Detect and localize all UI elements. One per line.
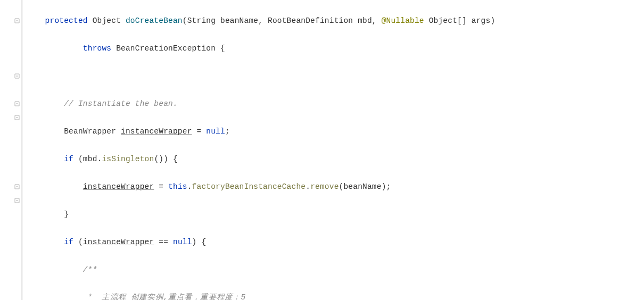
keyword: protected xyxy=(45,16,88,25)
keyword: null xyxy=(173,238,192,246)
collapse-icon xyxy=(14,101,20,107)
variable: instanceWrapper xyxy=(83,182,154,191)
code-line: // Instantiate the bean. xyxy=(26,97,644,111)
text: ; xyxy=(225,127,230,136)
text: == xyxy=(154,238,173,246)
gutter-row xyxy=(0,152,21,166)
code-line: /** xyxy=(26,263,644,277)
text: ( xyxy=(73,238,83,246)
variable: instanceWrapper xyxy=(83,238,154,246)
gutter-row[interactable] xyxy=(0,180,21,194)
method-call: isSingleton xyxy=(102,155,154,163)
collapse-icon xyxy=(14,184,20,190)
text: (mbd. xyxy=(73,155,102,163)
collapse-icon xyxy=(14,114,20,121)
text: = xyxy=(192,127,207,136)
gutter-row xyxy=(0,277,21,290)
code-editor[interactable]: protected Object doCreateBean(String bea… xyxy=(23,0,644,300)
text: ) { xyxy=(192,238,207,246)
keyword: throws xyxy=(83,44,111,53)
code-line: if (instanceWrapper == null) { xyxy=(26,235,644,249)
gutter-row[interactable] xyxy=(0,111,21,124)
gutter-row xyxy=(0,55,21,69)
keyword: null xyxy=(206,127,225,136)
code-line: if (mbd.isSingleton()) { xyxy=(26,152,644,166)
text: Object xyxy=(88,16,126,25)
comment: // Instantiate the bean. xyxy=(64,99,178,108)
keyword: if xyxy=(64,155,73,163)
gutter-row xyxy=(0,207,21,221)
keyword: this xyxy=(168,182,187,191)
comment: * 主流程 创建实例,重点看，重要程度：5 xyxy=(83,293,246,300)
text: . xyxy=(306,182,310,191)
gutter xyxy=(0,0,21,300)
code-line xyxy=(26,69,644,83)
gutter-row[interactable] xyxy=(0,69,21,83)
collapse-icon xyxy=(14,73,20,79)
text: BeanWrapper xyxy=(64,127,121,136)
method-name: doCreateBean xyxy=(126,16,183,25)
variable: instanceWrapper xyxy=(121,127,192,136)
gutter-row[interactable] xyxy=(0,14,21,28)
gutter-row xyxy=(0,166,21,180)
text: (String beanName, RootBeanDefinition mbd… xyxy=(183,16,382,25)
comment: /** xyxy=(83,265,97,274)
gutter-row xyxy=(0,138,21,152)
collapse-icon xyxy=(14,197,20,204)
text: = xyxy=(154,182,168,191)
field: factoryBeanInstanceCache xyxy=(192,182,306,191)
text: Object[] args) xyxy=(424,16,496,25)
gutter-row xyxy=(0,235,21,249)
text: } xyxy=(64,210,69,219)
code-line: protected Object doCreateBean(String bea… xyxy=(26,14,644,28)
gutter-row[interactable] xyxy=(0,194,21,207)
text: BeanCreationException { xyxy=(111,44,225,53)
keyword: if xyxy=(64,238,73,246)
text: (beanName); xyxy=(339,182,391,191)
collapse-icon xyxy=(14,18,20,24)
code-line: BeanWrapper instanceWrapper = null; xyxy=(26,124,644,138)
gutter-row xyxy=(0,0,21,14)
gutter-row xyxy=(0,221,21,235)
gutter-row xyxy=(0,124,21,138)
gutter-row xyxy=(0,263,21,277)
gutter-row xyxy=(0,41,21,55)
annotation: @Nullable xyxy=(382,16,424,25)
code-line: instanceWrapper = this.factoryBeanInstan… xyxy=(26,180,644,194)
method-call: remove xyxy=(310,182,338,191)
gutter-row xyxy=(0,249,21,263)
text: ()) { xyxy=(154,155,178,163)
gutter-row xyxy=(0,83,21,97)
text: . xyxy=(187,182,192,191)
code-line: throws BeanCreationException { xyxy=(26,41,644,55)
code-line: } xyxy=(26,207,644,221)
gutter-row[interactable] xyxy=(0,97,21,111)
code-line: * 主流程 创建实例,重点看，重要程度：5 xyxy=(26,290,644,300)
gutter-row xyxy=(0,28,21,41)
